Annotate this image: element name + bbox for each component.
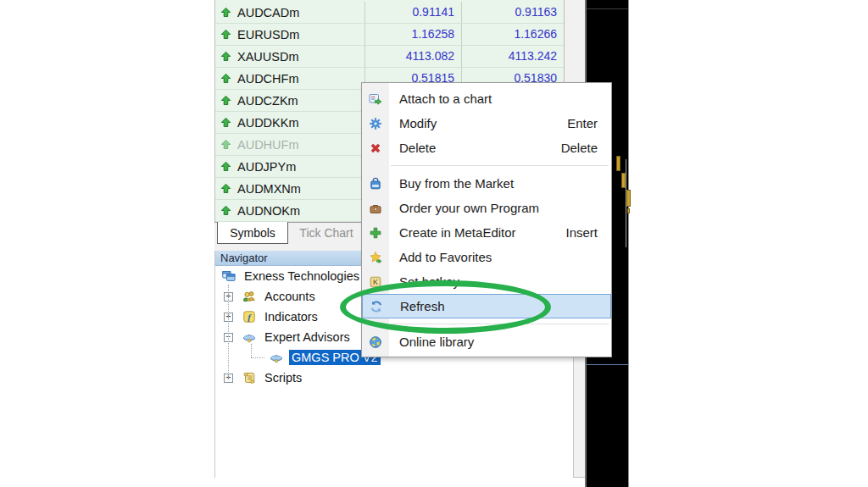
- menu-item-shortcut: Enter: [567, 116, 611, 130]
- ask-value: 0.91163: [461, 2, 564, 23]
- symbol-label: AUDNOKm: [237, 204, 300, 218]
- menu-item-shortcut: Insert: [565, 225, 611, 240]
- menu-item-add-to-favorites[interactable]: Add to Favorites: [362, 245, 611, 269]
- candlestick: [621, 173, 626, 188]
- tree-connector-line: [228, 285, 229, 379]
- tree-connector-line: [251, 357, 264, 358]
- symbol-up-icon: [220, 7, 231, 18]
- ask-value: 1.16266: [461, 24, 564, 45]
- buy-market-icon: [362, 177, 389, 191]
- menu-item-label: Delete: [399, 141, 436, 155]
- expert-advisor-icon: [242, 330, 257, 344]
- symbol-label: AUDJPYm: [237, 160, 296, 174]
- menu-separator: [362, 160, 611, 171]
- chart-price-line: [587, 364, 628, 365]
- menu-item-label: Create in MetaEditor: [399, 225, 516, 240]
- symbol-label: AUDHUFm: [237, 138, 299, 152]
- symbol-cell: AUDMXNm: [215, 178, 364, 199]
- indicators-icon: f: [242, 310, 257, 324]
- annotation-ellipse: [340, 280, 551, 334]
- symbol-label: AUDCADm: [237, 6, 299, 19]
- accounts-icon: [242, 290, 257, 303]
- candlestick: [616, 156, 620, 171]
- modify-gear-icon: [362, 117, 389, 130]
- symbol-cell: EURUSDm: [215, 24, 364, 45]
- menu-item-shortcut: Delete: [561, 141, 611, 155]
- menu-item-delete[interactable]: DeleteDelete: [362, 136, 611, 160]
- tab-symbols[interactable]: Symbols: [217, 222, 288, 244]
- symbol-cell: AUDNOKm: [215, 200, 364, 221]
- menu-item-label: Add to Favorites: [399, 250, 492, 264]
- tree-item-label[interactable]: Scripts: [262, 370, 304, 385]
- menu-item-buy-from-the-market[interactable]: Buy from the Market: [362, 171, 611, 196]
- symbol-up-icon: [220, 117, 231, 128]
- tree-item-label[interactable]: Expert Advisors: [262, 329, 353, 345]
- delete-x-icon: [362, 141, 389, 155]
- menu-item-label: Modify: [399, 116, 437, 130]
- ask-value: 4113.242: [461, 46, 564, 67]
- chart-grid-line: [587, 8, 628, 9]
- order-program-icon: [362, 202, 389, 215]
- menu-item-label: Order your own Program: [399, 201, 539, 215]
- symbol-up-icon: [220, 183, 231, 194]
- symbol-cell: AUDHUFm: [215, 134, 364, 155]
- symbol-cell: AUDCADm: [215, 2, 364, 23]
- symbol-up-icon: [220, 139, 231, 150]
- symbol-label: AUDCHFm: [237, 72, 299, 86]
- symbol-cell: AUDCZKm: [215, 90, 364, 111]
- scripts-icon: [242, 371, 257, 385]
- bid-value: 1.16258: [364, 24, 461, 45]
- tree-item-label[interactable]: Exness Technologies: [242, 268, 362, 284]
- symbol-label: AUDCZKm: [237, 94, 298, 108]
- screen: AUDCADm0.911410.91163EURUSDm1.162581.162…: [0, 0, 868, 487]
- menu-item-label: Attach to a chart: [399, 91, 492, 106]
- menu-item-label: Buy from the Market: [399, 176, 514, 191]
- menu-item-online-library[interactable]: Online library: [362, 329, 611, 354]
- tree-connector-line: [251, 344, 252, 357]
- table-row-eurusdm[interactable]: EURUSDm1.162581.16266: [215, 24, 564, 46]
- symbol-up-icon: [220, 205, 231, 216]
- symbol-label: AUDMXNm: [237, 182, 301, 196]
- symbol-cell: XAUUSDm: [215, 46, 364, 67]
- tab-tick-chart[interactable]: Tick Chart: [288, 223, 365, 243]
- symbol-up-icon: [220, 73, 231, 84]
- symbol-label: EURUSDm: [237, 28, 299, 42]
- bid-value: 0.91141: [364, 2, 461, 23]
- bid-value: 4113.082: [364, 46, 461, 67]
- menu-item-order-your-own-program[interactable]: Order your own Program: [362, 196, 611, 220]
- candlestick: [626, 190, 631, 207]
- create-plus-icon: [362, 226, 389, 240]
- symbol-up-icon: [220, 161, 231, 172]
- symbol-label: XAUUSDm: [237, 50, 299, 64]
- tree-item-label[interactable]: Accounts: [262, 289, 318, 304]
- online-library-icon: [362, 335, 389, 349]
- symbol-label: AUDDKKm: [237, 116, 299, 130]
- add-favorites-icon: [362, 251, 389, 264]
- table-row-audcadm[interactable]: AUDCADm0.911410.91163: [215, 2, 564, 24]
- broker-icon: [222, 269, 236, 283]
- table-row-xauusdm[interactable]: XAUUSDm4113.0824113.242: [215, 46, 564, 68]
- attach-chart-icon: [362, 92, 389, 106]
- expert-advisor-icon: [270, 351, 284, 364]
- menu-item-label: Online library: [399, 335, 474, 349]
- menu-item-attach-to-a-chart[interactable]: Attach to a chart: [362, 86, 611, 111]
- menu-item-modify[interactable]: ModifyEnter: [362, 111, 611, 136]
- tree-item-scripts[interactable]: +Scripts: [215, 368, 573, 388]
- symbol-cell: AUDDKKm: [215, 112, 364, 133]
- candlestick: [627, 208, 630, 213]
- symbol-up-icon: [220, 51, 231, 62]
- symbol-up-icon: [220, 29, 231, 40]
- tree-item-label[interactable]: Indicators: [262, 309, 320, 324]
- symbol-up-icon: [220, 95, 231, 106]
- symbol-cell: AUDCHFm: [215, 68, 364, 89]
- symbol-cell: AUDJPYm: [215, 156, 364, 177]
- menu-item-create-in-metaeditor[interactable]: Create in MetaEditorInsert: [362, 220, 611, 245]
- svg-text:K: K: [373, 278, 379, 286]
